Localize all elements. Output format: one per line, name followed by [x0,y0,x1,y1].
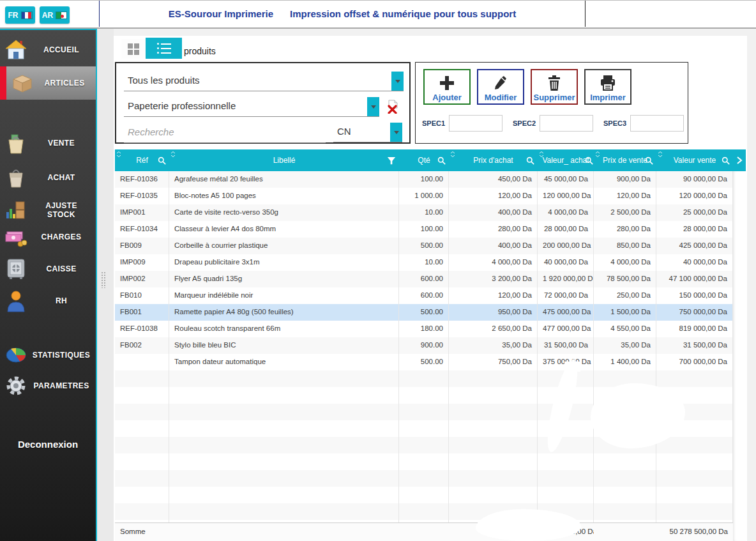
column-header-valeur-vente[interactable]: Valeur vente [656,149,733,171]
cell: 700 000,00 Da [656,354,733,370]
actions-panel: Ajouter Modifier Supprimer Imprimer SPEC… [415,62,688,144]
vertical-scrollbar[interactable] [733,171,746,541]
cell [594,503,656,520]
sidebar-item-achat[interactable]: ACHAT [0,161,96,194]
tab-list-view[interactable] [146,38,182,59]
table-row[interactable]: REF-01034Classeur à levier A4 dos 80mm10… [115,221,733,238]
scroll-right-arrow[interactable] [733,149,746,171]
active-tab-label: produits [184,41,216,56]
filter-icon[interactable] [387,156,396,167]
language-button-ar[interactable]: AR [40,6,70,24]
column-header-qte[interactable]: Qté [399,149,449,171]
spec3-input[interactable] [630,115,684,132]
sidebar-item-label: CAISSE [32,264,96,273]
column-header-ref[interactable]: Réf [115,149,169,171]
clear-filter-icon[interactable] [386,100,399,114]
sidebar-item-charges[interactable]: CHARGES [0,222,96,252]
table-row[interactable]: Tampon dateur automatique500.00750,00 Da… [115,354,733,370]
column-header-libelle[interactable]: Libellé [169,149,399,171]
search-icon[interactable] [645,156,653,167]
table-row[interactable]: FB002Stylo bille bleu BIC900.0035,00 Da3… [115,337,733,354]
edit-button[interactable]: Modifier [477,69,524,105]
app-subtitle: Impression offset & numérique pour tous … [290,8,516,19]
table-row[interactable]: IMP002Flyer A5 quadri 135g600.003 200,00… [115,271,733,287]
cell: 500.00 [399,238,449,254]
sidebar: ACCUEIL ARTICLES VENTE ACHAT AJUSTE STOC… [0,29,97,541]
splitter-drag-handle[interactable] [101,271,106,288]
dropdown-arrow-button[interactable] [390,123,402,142]
sort-indicator-icon [170,150,176,159]
cell: 35,00 Da [449,337,538,354]
product-filter-dropdown[interactable]: Tous les produits [124,71,404,91]
cell [538,437,594,453]
safe-icon [0,257,32,280]
search-icon[interactable] [437,156,446,167]
cell [449,370,538,387]
search-icon[interactable] [158,156,166,167]
sidebar-item-caisse[interactable]: CAISSE [0,252,96,286]
lang-fr-label: FR [8,11,19,20]
search-icon[interactable] [585,156,593,167]
dropdown-arrow-button[interactable] [391,72,404,91]
pie-chart-icon [0,346,32,365]
sidebar-item-statistiques[interactable]: STATISTIQUES [0,340,96,370]
logout-button[interactable]: Deconnexion [0,439,96,450]
cell: 425 000,00 Da [656,238,733,254]
algeria-flag-icon [56,11,67,19]
sum-valeur-vente: 50 278 500,00 Da [656,523,733,541]
print-button[interactable]: Imprimer [584,69,631,105]
column-header-prix-achat[interactable]: Prix d'achat [449,149,538,171]
cell [115,503,169,520]
category-filter-dropdown[interactable]: Papeterie professionnelle [124,96,379,117]
sidebar-item-accueil[interactable]: ACCUEIL [0,33,96,66]
add-button[interactable]: Ajouter [423,69,471,105]
table-row[interactable]: FB001Ramette papier A4 80g (500 feuilles… [115,304,733,321]
cell [656,453,733,470]
sidebar-item-rh[interactable]: RH [0,284,96,317]
cell [169,453,399,470]
sidebar-item-label: ACCUEIL [32,45,96,54]
category-filter-value: Papeterie professionnelle [124,96,379,116]
cell [399,370,449,387]
search-input[interactable] [124,122,326,142]
table-row[interactable]: FB009Corbeille à courrier plastique500.0… [115,238,733,254]
search-icon[interactable] [722,156,730,167]
cell [449,453,538,470]
delete-button[interactable]: Supprimer [531,69,578,105]
column-header-prix-vente[interactable]: Prix de vente [594,149,656,171]
search-mode-dropdown[interactable]: CN [333,122,402,142]
table-row[interactable]: FB010Marqueur indélébile noir600.00120,0… [115,287,733,304]
table-row[interactable]: REF-01038Rouleau scotch transparent 66m1… [115,321,733,337]
cell: 950,00 Da [449,304,538,321]
cell: 250,00 Da [594,287,656,304]
cell: 819 000,00 Da [656,321,733,337]
cell [399,453,449,470]
language-button-fr[interactable]: FR [5,6,35,24]
add-button-label: Ajouter [432,93,462,102]
gear-icon [0,375,32,397]
search-icon[interactable] [526,156,534,167]
sidebar-item-label: STATISTIQUES [32,351,96,360]
tab-grid-view[interactable] [121,39,146,59]
table-row[interactable]: REF-01035Bloc-notes A5 100 pages1 000.00… [115,188,733,204]
dropdown-arrow-button[interactable] [367,97,379,116]
table-row[interactable]: IMP001Carte de visite recto-verso 350g10… [115,204,733,221]
footer-spacer [594,523,656,541]
sidebar-item-vente[interactable]: VENTE [0,126,96,161]
spec2-input[interactable] [540,115,593,132]
table-row[interactable]: REF-01036Agrafeuse métal 20 feuilles100.… [115,171,733,188]
column-header-valeur-achat[interactable]: Valeur_ achat [538,149,594,171]
cell [169,420,399,437]
sidebar-item-articles[interactable]: ARTICLES [0,66,96,100]
sidebar-item-parametres[interactable]: PARAMETRES [0,370,96,401]
cell: Stylo bille bleu BIC [169,337,399,354]
cell: 280,00 Da [594,221,656,238]
spec1-input[interactable] [449,115,503,132]
table-row[interactable]: IMP009Drapeau publicitaire 3x1m10.004 00… [115,254,733,271]
cell: 4 000,00 Da [594,254,656,271]
cell [449,487,538,503]
spec3-group: SPEC3 [603,115,684,132]
cell: 72 000,00 Da [538,287,594,304]
search-field[interactable] [124,122,326,143]
product-filter-value: Tous les produits [124,71,404,91]
